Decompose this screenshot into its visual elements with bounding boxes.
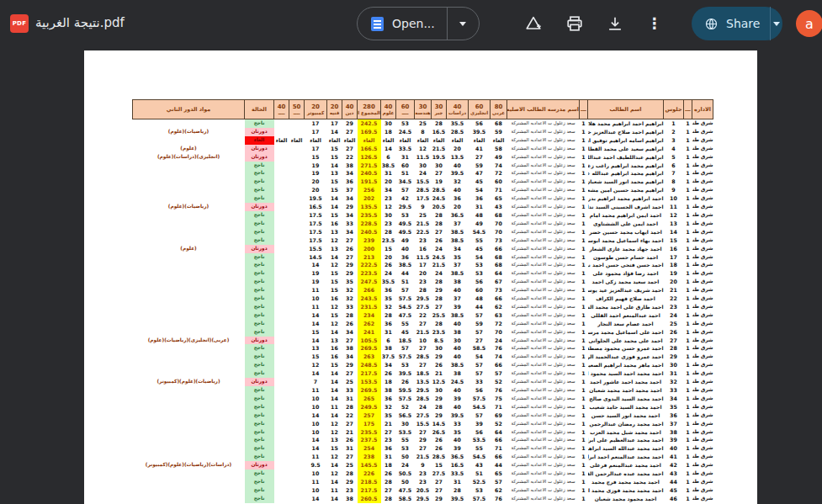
column-header-school: اسم مدرسه الطالب الاصليه [507,100,580,119]
cell-fan: 14 [327,203,342,211]
cell-school: سعد زغلول ت الاعداديه المشتركة [507,228,580,236]
share-dropdown-button[interactable] [771,7,782,40]
cell-c50 [289,169,305,178]
cell-d1: 1 [684,278,692,286]
column-header-d1: ـــ [684,100,692,119]
open-with-dropdown-button[interactable] [448,8,479,40]
cell-math: 53.5 [396,428,415,437]
cell-sci: 38 [381,386,396,395]
cell-sci: 32 [381,303,396,311]
cell-seat: 36 [664,411,684,420]
cell-school: سعد زغلول ت الاعداديه المشتركة [507,311,580,320]
cell-en: 57 [469,311,491,320]
download-button[interactable] [605,13,625,34]
cell-st: 39.5 [447,169,469,178]
cell-alg: 27 [432,303,447,311]
cell-en: 57.5 [469,395,491,403]
cell-math: 24.5 [396,128,415,136]
cell-din: 26 [342,436,358,444]
cell-c40 [274,486,289,495]
cell-fan: 14 [327,162,342,170]
cell-total: 265 [358,395,381,403]
print-button[interactable] [565,13,585,34]
cell-name: احمد محمد احمد عاشور احمد [588,378,664,386]
add-shortcut-to-drive-button[interactable] [523,13,544,34]
cell-en: 53.5 [469,436,491,444]
cell-math: 42 [396,194,415,203]
cell-fan: 12 [327,428,342,437]
cell-fan: 13 [327,169,342,178]
cell-idara: شرق طنطا [692,361,713,369]
cell-ar: 57 [491,369,507,378]
cell-sci: 37.5 [381,353,396,361]
cell-school: سعد زغلول ت الاعداديه المشتركة [507,353,580,361]
cell-din: 26 [342,245,358,253]
cell-sci: 26 [381,369,396,378]
cell-st: 35 [447,428,469,437]
cell-school: سعد زغلول ت الاعداديه المشتركة [507,145,580,153]
cell-din: 36 [342,178,358,186]
cell-school: سعد زغلول ت الاعداديه المشتركة [507,153,580,162]
cell-d1: 1 [684,411,692,420]
cell-sci: 27 [381,486,396,495]
cell-name: ابراهيم محمد ابراهيم عبدالله عبدالحى [588,169,664,178]
column-header-total: 280المجموع الكلى [358,100,381,119]
cell-seat: 24 [664,311,684,320]
cell-din: 29 [342,119,358,128]
cell-name: احمد ابراهيم محمد ابراهيم بدره [588,194,664,203]
table-row: شرق طنطا113احمد ايمن على الششتاوى1سعد زغ… [133,220,713,228]
cell-ar: 65 [491,194,507,203]
cell-c40 [274,178,289,186]
cell-c50 [289,261,305,269]
cell-st: 37 [447,294,469,303]
cell-total: 243.5 [358,294,381,303]
cell-alg: 27 [432,478,447,486]
open-with-button[interactable]: Open... [358,8,447,40]
cell-name: احمد محمد احمد محمد شعبان [588,386,664,395]
column-header-second: مواد الدور الثاني [133,100,245,119]
share-button[interactable]: Share [692,7,770,40]
cell-comp: 11 [305,478,327,486]
cell-geo: 10 [415,337,432,345]
cell-status: ناجح [245,403,274,411]
cell-c40 [274,386,289,395]
cell-en: 44 [469,303,491,311]
cell-c50 [289,119,305,128]
table-row: شرق طنطا132احمد محمد احمد عاشور احمد1سعد… [133,378,713,386]
cell-c50 [289,395,305,403]
cell-name: احمد محمد شبل محمد العزب [588,428,664,437]
cell-seat: 18 [664,261,684,269]
cell-geo: 30 [415,162,432,170]
cell-comp: 16.5 [305,203,327,211]
cell-d2: 1 [580,261,588,269]
more-options-button[interactable]: ⋮ [648,13,661,34]
cell-d1: 1 [684,395,692,403]
column-header-en: 60انجليزي [469,100,491,119]
column-header-comp: 20كمبيوتر [305,100,327,119]
cell-idara: شرق طنطا [692,136,713,145]
cell-idara: شرق طنطا [692,194,713,203]
cell-ar: 63 [491,311,507,320]
cell-en: 45 [469,245,491,253]
cell-ar: 74 [491,353,507,361]
cell-en: 54.5 [469,453,491,461]
cell-d1: 1 [684,403,692,411]
cell-second [133,211,245,220]
cell-din: 35 [342,278,358,286]
account-avatar[interactable]: a [796,10,822,37]
cell-st: الغاء [447,136,469,145]
cell-school: سعد زغلول ت الاعداديه المشتركة [507,444,580,453]
cell-alg: 19 [432,178,447,186]
cell-c40 [274,344,289,353]
cell-din: 27 [342,253,358,262]
cell-status: ناجح [245,169,274,178]
cell-alg: 28 [432,403,447,411]
cell-din: 34 [342,228,358,236]
cell-sci: 23 [381,436,396,444]
cell-alg: 24.5 [432,253,447,262]
cell-sci: 18 [381,378,396,386]
table-row: شرق طنطا131احمد محمد احمد السيد محمود ال… [133,369,713,378]
cell-seat: 33 [664,386,684,395]
cell-c40 [274,420,289,428]
cell-fan: 12 [327,236,342,245]
